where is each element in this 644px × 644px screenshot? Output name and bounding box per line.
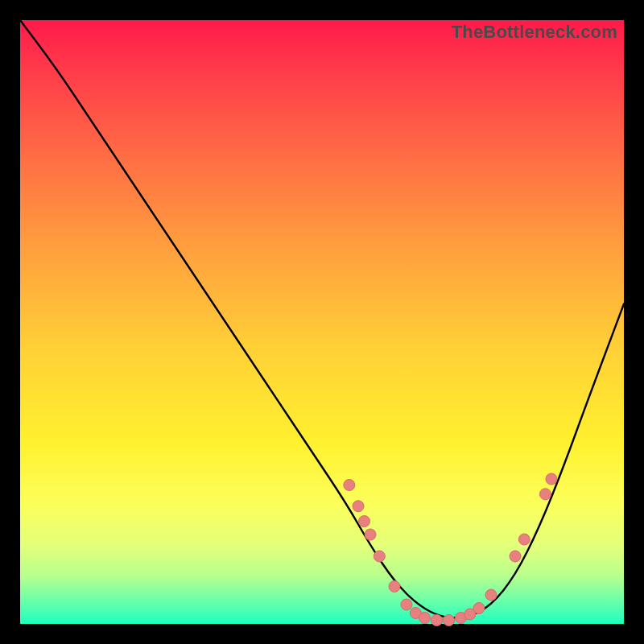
curve-markers [344,473,557,626]
bottleneck-curve [20,20,624,618]
curve-marker [510,551,521,562]
curve-marker [444,615,455,626]
curve-marker [540,489,551,500]
curve-marker [473,603,485,614]
curve-marker [546,473,557,485]
curve-marker [344,480,355,491]
curve-marker [365,529,376,540]
chart-frame: TheBottleneck.com [20,20,624,624]
curve-marker [485,589,497,601]
curve-marker [518,534,530,545]
curve-marker [431,615,443,626]
curve-marker [359,516,370,527]
curve-marker [374,551,385,562]
curve-marker [389,581,400,592]
curve-marker [419,613,431,624]
curve-marker [401,599,412,610]
bottleneck-curve-svg [20,20,624,624]
curve-marker [353,501,364,512]
